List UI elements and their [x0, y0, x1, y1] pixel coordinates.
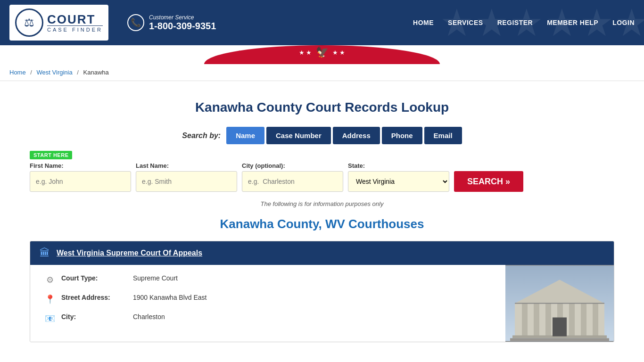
city-input[interactable] — [242, 171, 343, 192]
cs-phone: 1-800-309-9351 — [149, 21, 216, 32]
court-type-row: ⚙ Court Type: Supreme Court — [44, 274, 491, 285]
tab-phone[interactable]: Phone — [382, 127, 422, 144]
tab-address[interactable]: Address — [333, 127, 380, 144]
svg-rect-4 — [522, 304, 528, 337]
info-notice: The following is for information purpose… — [30, 200, 614, 207]
first-name-field: First Name: — [30, 162, 131, 192]
page-title: Kanawha County Court Records Lookup — [30, 100, 614, 115]
courthouse-image — [505, 265, 614, 342]
start-here-badge: START HERE — [30, 151, 72, 159]
court-type-value: Supreme Court — [133, 274, 178, 282]
eagle-decoration: ★ ★ 🦅 ★ ★ — [299, 46, 345, 58]
breadcrumb-county: Kanawha — [83, 69, 109, 76]
last-name-field: Last Name: — [136, 162, 237, 192]
svg-rect-9 — [581, 304, 586, 337]
logo-icon: ⚖ — [15, 8, 43, 37]
breadcrumb-home[interactable]: Home — [9, 69, 26, 76]
courthouses-title: Kanawha County, WV Courthouses — [30, 217, 614, 231]
eagle-icon: 🦅 — [316, 46, 329, 58]
first-name-label: First Name: — [30, 162, 131, 169]
nav-services[interactable]: SERVICES — [448, 19, 483, 26]
nav-home[interactable]: HOME — [413, 19, 434, 26]
search-button-label: SEARCH » — [467, 177, 510, 187]
state-field: State: West Virginia Alabama Alaska Ariz… — [348, 162, 449, 192]
street-address-label: Street Address: — [61, 294, 127, 301]
last-name-label: Last Name: — [136, 162, 237, 169]
svg-rect-10 — [593, 304, 598, 337]
svg-rect-8 — [569, 304, 575, 337]
state-label: State: — [348, 162, 449, 169]
logo[interactable]: ⚖ COURT CASE FINDER — [9, 5, 108, 41]
main-content: Kanawha County Court Records Lookup Sear… — [16, 81, 628, 361]
main-nav: HOME SERVICES REGISTER MEMBER HELP LOGIN — [413, 19, 635, 26]
search-by-label: Search by: — [182, 132, 221, 140]
logo-text: COURT CASE FINDER — [47, 13, 103, 33]
eagle-arch: ★ ★ 🦅 ★ ★ — [0, 45, 644, 64]
logo-title-line2: CASE FINDER — [47, 25, 103, 33]
courthouse-details: ⚙ Court Type: Supreme Court 📍 Street Add… — [30, 265, 505, 342]
state-select[interactable]: West Virginia Alabama Alaska Arizona Ark… — [348, 171, 449, 192]
city-row: 📧 City: Charleston — [44, 313, 491, 324]
tab-email[interactable]: Email — [424, 127, 462, 144]
tab-name[interactable]: Name — [226, 127, 264, 144]
last-name-input[interactable] — [136, 171, 237, 192]
courthouse-body: ⚙ Court Type: Supreme Court 📍 Street Add… — [30, 265, 614, 342]
search-button[interactable]: SEARCH » — [454, 171, 523, 192]
city-label: City (optional): — [242, 162, 343, 169]
search-tabs-row: Search by: Name Case Number Address Phon… — [30, 127, 614, 144]
courthouse-card: 🏛 West Virginia Supreme Court Of Appeals… — [30, 241, 614, 342]
city-detail-value: Charleston — [133, 313, 165, 321]
nav-register[interactable]: REGISTER — [497, 19, 533, 26]
first-name-input[interactable] — [30, 171, 131, 192]
svg-rect-13 — [553, 318, 567, 337]
phone-icon: 📞 — [127, 14, 144, 31]
courthouse-icon: 🏛 — [40, 247, 50, 259]
cs-label: Customer Service — [149, 14, 216, 21]
court-type-label: Court Type: — [61, 274, 127, 282]
customer-service: 📞 Customer Service 1-800-309-9351 — [127, 14, 216, 32]
courthouse-building-svg — [505, 265, 614, 342]
courthouse-header: 🏛 West Virginia Supreme Court Of Appeals — [30, 241, 614, 265]
street-address-value: 1900 Kanawha Blvd East — [133, 294, 206, 301]
nav-member-help[interactable]: MEMBER HELP — [547, 19, 598, 26]
street-address-row: 📍 Street Address: 1900 Kanawha Blvd East — [44, 294, 491, 304]
breadcrumb-state[interactable]: West Virginia — [37, 69, 73, 76]
city-detail-label: City: — [61, 313, 127, 321]
city-field: City (optional): — [242, 162, 343, 192]
court-type-icon: ⚙ — [44, 275, 56, 285]
nav-login[interactable]: LOGIN — [612, 19, 635, 26]
svg-rect-12 — [510, 338, 609, 341]
city-icon: 📧 — [44, 313, 56, 324]
tab-case-number[interactable]: Case Number — [266, 127, 331, 144]
svg-rect-6 — [545, 304, 551, 337]
address-icon: 📍 — [44, 294, 56, 304]
svg-rect-5 — [534, 304, 539, 337]
site-header: ⚖ COURT CASE FINDER 📞 Customer Service 1… — [0, 0, 644, 64]
breadcrumb: Home / West Virginia / Kanawha — [0, 64, 644, 81]
search-form: First Name: Last Name: City (optional): … — [30, 162, 614, 192]
logo-title-line1: COURT — [47, 13, 103, 25]
courthouse-name-link[interactable]: West Virginia Supreme Court Of Appeals — [57, 249, 202, 257]
